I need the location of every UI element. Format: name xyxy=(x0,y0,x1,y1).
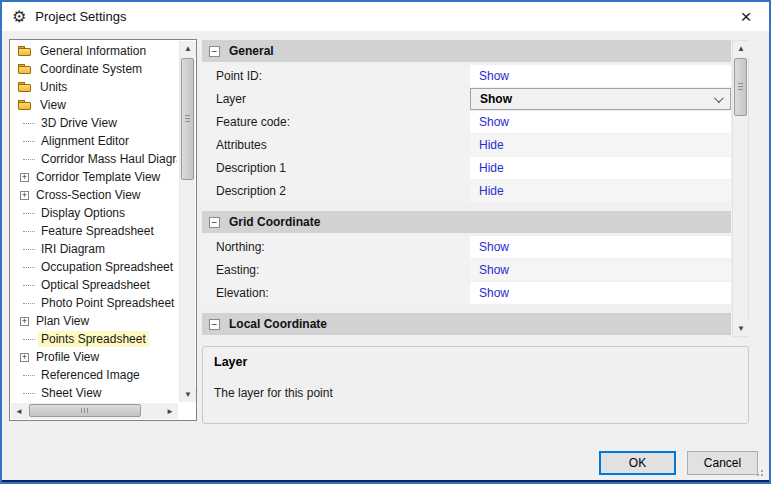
property-label: Description 1 xyxy=(202,157,470,179)
value-link[interactable]: Show xyxy=(479,240,509,254)
section-header-general[interactable]: −General xyxy=(202,40,731,62)
property-row-easting: Easting:Show xyxy=(202,259,731,281)
tree-item-general-information[interactable]: General Information xyxy=(11,42,177,60)
value-link[interactable]: Hide xyxy=(479,138,504,152)
property-value: Hide xyxy=(470,157,731,179)
description-panel: Layer The layer for this point xyxy=(202,346,749,424)
scroll-right-icon[interactable]: ► xyxy=(162,404,178,419)
section-gap xyxy=(202,305,731,313)
ok-button[interactable]: OK xyxy=(599,451,676,475)
value-dropdown[interactable]: Show xyxy=(470,88,731,110)
tree-item-label: View xyxy=(37,97,69,113)
expand-plus-icon[interactable]: + xyxy=(20,173,29,182)
tree-item-label: General Information xyxy=(37,43,149,59)
property-row-northing: Northing:Show xyxy=(202,236,731,258)
collapse-minus-icon[interactable]: − xyxy=(209,46,220,57)
value-link[interactable]: Hide xyxy=(479,184,504,198)
close-icon[interactable]: × xyxy=(733,4,759,30)
tree-line xyxy=(23,159,35,160)
expand-plus-icon[interactable]: + xyxy=(20,353,29,362)
tree-item-label: Profile View xyxy=(33,349,102,365)
collapse-minus-icon[interactable]: − xyxy=(209,319,220,330)
tree-item-label: Units xyxy=(37,79,70,95)
tree-item-photo-point-spreadsheet[interactable]: Photo Point Spreadsheet xyxy=(11,294,177,312)
settings-tree-panel: General InformationCoordinate SystemUnit… xyxy=(9,39,197,421)
property-label: Feature code: xyxy=(202,111,470,133)
tree-item-points-spreadsheet[interactable]: Points Spreadsheet xyxy=(11,330,177,348)
title-bar: ⚙ Project Settings × xyxy=(2,2,769,31)
window-bottom-border xyxy=(2,480,769,482)
value-link[interactable]: Show xyxy=(479,263,509,277)
tree-item-corridor-mass-haul-diagra[interactable]: Corridor Mass Haul Diagra xyxy=(11,150,177,168)
property-row-attributes: AttributesHide xyxy=(202,134,731,156)
tree-item-display-options[interactable]: Display Options xyxy=(11,204,177,222)
tree-item-plan-view[interactable]: +Plan View xyxy=(11,312,177,330)
tree-hscroll-thumb[interactable] xyxy=(29,404,141,417)
tree-item-occupation-spreadsheet[interactable]: Occupation Spreadsheet xyxy=(11,258,177,276)
expand-plus-icon[interactable]: + xyxy=(20,317,29,326)
tree-hscroll-track[interactable] xyxy=(27,403,162,419)
property-value: Show xyxy=(470,236,731,258)
property-label: Easting: xyxy=(202,259,470,281)
scroll-up-icon[interactable]: ▲ xyxy=(733,41,749,56)
window-title: Project Settings xyxy=(35,9,126,24)
grid-vertical-scrollbar[interactable]: ▲ ▼ xyxy=(732,40,749,337)
tree-line xyxy=(23,393,35,394)
property-row-elevation: Elevation:Show xyxy=(202,282,731,304)
tree-item-profile-view[interactable]: +Profile View xyxy=(11,348,177,366)
tree-item-optical-spreadsheet[interactable]: Optical Spreadsheet xyxy=(11,276,177,294)
gear-icon: ⚙ xyxy=(12,9,26,25)
tree-item-3d-drive-view[interactable]: 3D Drive View xyxy=(11,114,177,132)
scroll-up-icon[interactable]: ▲ xyxy=(180,41,196,56)
property-label: Attributes xyxy=(202,134,470,156)
scroll-left-icon[interactable]: ◄ xyxy=(11,404,27,419)
tree-items: General InformationCoordinate SystemUnit… xyxy=(11,42,177,401)
property-value: Show xyxy=(470,111,731,133)
tree-horizontal-scrollbar[interactable]: ◄ ► xyxy=(11,403,178,419)
tree-item-corridor-template-view[interactable]: +Corridor Template View xyxy=(11,168,177,186)
section-header-grid-coordinate[interactable]: −Grid Coordinate xyxy=(202,211,731,233)
tree-scrollbar-thumb[interactable] xyxy=(181,58,194,180)
grid-scrollbar-thumb[interactable] xyxy=(734,58,747,116)
value-link[interactable]: Hide xyxy=(479,161,504,175)
property-value: Show xyxy=(470,259,731,281)
tree-item-label: Sheet View xyxy=(38,385,105,401)
section-header-local-coordinate[interactable]: −Local Coordinate xyxy=(202,313,731,335)
tree-item-label: Photo Point Spreadsheet xyxy=(38,295,177,311)
tree-item-cross-section-view[interactable]: +Cross-Section View xyxy=(11,186,177,204)
tree-item-label: Display Options xyxy=(38,205,128,221)
tree-item-iri-diagram[interactable]: IRI Diagram xyxy=(11,240,177,258)
chevron-down-icon xyxy=(714,93,724,103)
tree-line xyxy=(23,267,35,268)
tree-item-alignment-editor[interactable]: Alignment Editor xyxy=(11,132,177,150)
collapse-minus-icon[interactable]: − xyxy=(209,217,220,228)
tree-item-sheet-view[interactable]: Sheet View xyxy=(11,384,177,401)
tree-item-coordinate-system[interactable]: Coordinate System xyxy=(11,60,177,78)
folder-icon xyxy=(18,63,32,75)
expand-plus-icon[interactable]: + xyxy=(20,191,29,200)
scroll-down-icon[interactable]: ▼ xyxy=(733,321,749,336)
tree-line xyxy=(23,123,35,124)
property-label: Elevation: xyxy=(202,282,470,304)
tree-item-label: Points Spreadsheet xyxy=(38,331,149,347)
value-link[interactable]: Show xyxy=(479,286,509,300)
property-row-feature-code: Feature code:Show xyxy=(202,111,731,133)
tree-item-view[interactable]: View xyxy=(11,96,177,114)
description-text: The layer for this point xyxy=(214,386,737,400)
tree-item-referenced-image[interactable]: Referenced Image xyxy=(11,366,177,384)
tree-vertical-scrollbar[interactable]: ▲ ▼ xyxy=(179,41,195,402)
tree-item-label: IRI Diagram xyxy=(38,241,108,257)
tree-item-units[interactable]: Units xyxy=(11,78,177,96)
resize-grip[interactable] xyxy=(754,467,763,476)
property-row-point-id: Point ID:Show xyxy=(202,65,731,87)
value-link[interactable]: Show xyxy=(479,69,509,83)
tree-item-feature-spreadsheet[interactable]: Feature Spreadsheet xyxy=(11,222,177,240)
cancel-button[interactable]: Cancel xyxy=(687,451,758,475)
property-value: Hide xyxy=(470,134,731,156)
description-title: Layer xyxy=(214,355,737,369)
folder-icon xyxy=(18,99,32,111)
scroll-down-icon[interactable]: ▼ xyxy=(180,387,196,402)
property-grid: −GeneralPoint ID:ShowLayerShowFeature co… xyxy=(202,40,731,338)
value-link[interactable]: Show xyxy=(479,115,509,129)
property-value: Show xyxy=(470,65,731,87)
